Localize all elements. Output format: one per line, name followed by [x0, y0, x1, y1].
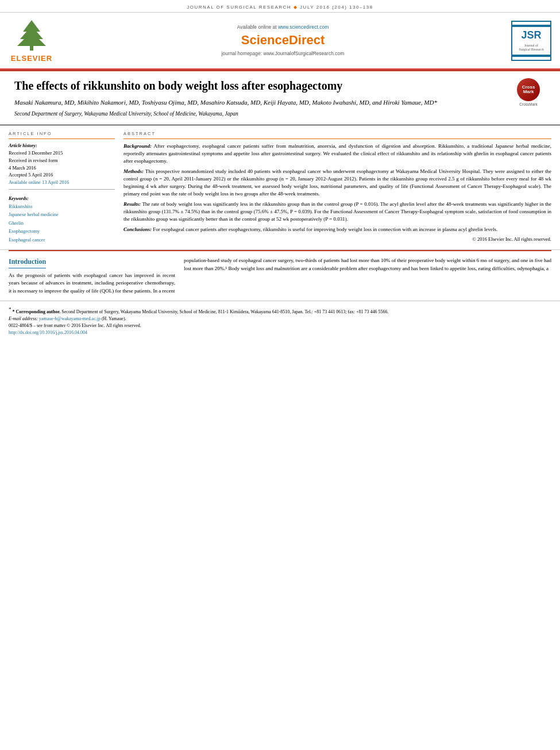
corresponding-address: Second Department of Surgery, Wakayama M…: [61, 309, 388, 314]
background-label: Background:: [123, 143, 152, 149]
sciencedirect-logo: ScienceDirect: [60, 32, 505, 49]
abstract-conclusions: Conclusions: For esophageal cancer patie…: [123, 226, 551, 233]
jsr-full-name: Journal ofSurgical Research: [517, 43, 544, 53]
keyword-esophageal-cancer: Esophageal cancer: [9, 236, 115, 244]
article-title: The effects of rikkunshito on body weigh…: [14, 78, 546, 93]
intro-right-column: population-based study of esophageal can…: [184, 257, 551, 295]
science-text: Science: [241, 33, 289, 47]
article-header: The effects of rikkunshito on body weigh…: [0, 71, 560, 125]
corresponding-label: * Corresponding author.: [13, 309, 61, 314]
journal-banner: ELSEVIER Available online at www.science…: [0, 13, 560, 70]
received-date-1: Received 3 December 2015: [9, 149, 115, 157]
methods-text: This prospective nonrandomized study inc…: [123, 168, 551, 197]
keyword-rikkunshito: Rikkunshito: [9, 202, 115, 210]
introduction-section: Introduction As the prognosis of patient…: [0, 251, 560, 298]
results-text: The rate of body weight loss was signifi…: [123, 201, 551, 222]
doi-link: http://dx.doi.org/10.1016/j.jss.2016.04.…: [9, 329, 551, 336]
intro-left-column: Introduction As the prognosis of patient…: [9, 257, 175, 295]
available-online-text: Available online at www.sciencedirect.co…: [60, 24, 505, 31]
affiliation-text: Second Department of Surgery, Wakayama M…: [14, 110, 546, 118]
email-note: E-mail address: yamaue-h@wakayama-med.ac…: [9, 316, 551, 322]
abstract-label: ABSTRACT: [123, 131, 551, 139]
doi-anchor[interactable]: http://dx.doi.org/10.1016/j.jss.2016.04.…: [9, 330, 87, 335]
sciencedirect-link[interactable]: www.sciencedirect.com: [278, 24, 329, 30]
received-revised-label: Received in revised form: [9, 157, 115, 164]
article-info-column: ARTICLE INFO Article history: Received 3…: [9, 131, 115, 244]
history-label: Article history:: [9, 143, 115, 149]
footer-section: * * Corresponding author. Second Departm…: [0, 301, 560, 341]
asterisk-icon: *: [9, 306, 11, 312]
abstract-methods: Methods: This prospective nonrandomized …: [123, 168, 551, 198]
abstract-background: Background: After esophagectomy, esophag…: [123, 143, 551, 165]
introduction-heading: Introduction: [9, 257, 46, 268]
sciencedirect-banner: Available online at www.sciencedirect.co…: [60, 24, 505, 58]
conclusions-label: Conclusions:: [123, 226, 152, 232]
license-text: 0022-4804/$ – see front matter © 2016 El…: [9, 322, 551, 329]
jsr-abbr-text: JSR: [521, 28, 541, 43]
accepted-date: Accepted 5 April 2016: [9, 171, 115, 179]
direct-text: Direct: [289, 33, 325, 47]
homepage-label: journal homepage: www.JournalofSurgicalR…: [222, 51, 345, 56]
article-info-label: ARTICLE INFO: [9, 131, 115, 139]
keywords-label: Keywords:: [9, 195, 115, 202]
journal-date-volume: JULY 2016 (204) 130–138: [300, 5, 373, 10]
methods-label: Methods:: [123, 168, 144, 174]
email-label: E-mail address:: [9, 316, 38, 321]
journal-homepage-text: journal homepage: www.JournalofSurgicalR…: [60, 51, 505, 57]
abstract-results: Results: The rate of body weight loss wa…: [123, 201, 551, 223]
email-address-link[interactable]: yamaue-h@wakayama-med.ac.jp: [39, 316, 101, 321]
journal-name: JOURNAL OF SURGICAL RESEARCH: [187, 5, 291, 10]
keyword-ghrelin: Ghrelin: [9, 219, 115, 227]
elsevier-wordmark: ELSEVIER: [11, 53, 52, 64]
authors-list: Masaki Nakamura, MD, Mikihito Nakamori, …: [14, 98, 546, 108]
jsr-logo: JSR Journal ofSurgical Research: [511, 21, 551, 61]
received-date-2: 4 March 2016: [9, 164, 115, 172]
abstract-column: ABSTRACT Background: After esophagectomy…: [123, 131, 551, 244]
background-text: After esophagectomy, esophageal cancer p…: [123, 143, 551, 164]
email-suffix: (H. Yamaue).: [102, 316, 126, 321]
crossmark-badge: CrossMark CrossMark: [517, 78, 540, 107]
corresponding-author-note: * * Corresponding author. Second Departm…: [9, 306, 551, 316]
diamond-icon: ◆: [293, 5, 298, 10]
article-info-abstract-section: ARTICLE INFO Article history: Received 3…: [0, 125, 560, 250]
keyword-esophagectomy: Esophagectomy: [9, 227, 115, 235]
copyright-text: © 2016 Elsevier Inc. All rights reserved…: [123, 236, 551, 243]
intro-right-text: population-based study of esophageal can…: [184, 257, 551, 272]
keywords-section: Keywords: Rikkunshito Japanese herbal me…: [9, 195, 115, 244]
elsevier-logo-area: ELSEVIER: [9, 17, 55, 64]
available-label: Available online at: [237, 24, 277, 30]
top-bar: JOURNAL OF SURGICAL RESEARCH ◆ JULY 2016…: [0, 0, 560, 13]
conclusions-text: For esophageal cancer patients after eso…: [153, 226, 497, 232]
available-online-date: Available online 13 April 2016: [9, 179, 115, 186]
intro-right-text-content: population-based study of esophageal can…: [184, 257, 551, 271]
keyword-japanese-herbal: Japanese herbal medicine: [9, 210, 115, 218]
journal-title-bar: JOURNAL OF SURGICAL RESEARCH ◆ JULY 2016…: [187, 5, 373, 10]
elsevier-tree-icon: [9, 17, 55, 52]
results-label: Results:: [123, 201, 141, 207]
intro-left-text: As the prognosis of patients with esopha…: [9, 272, 175, 295]
